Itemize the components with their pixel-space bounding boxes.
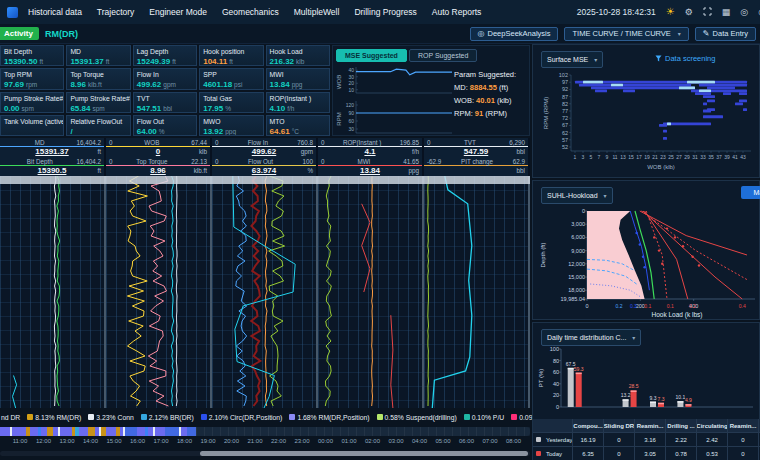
svg-text:15,000: 15,000 <box>568 274 585 280</box>
table-header-row: Compou...Sliding DRReamin...Drilling ...… <box>533 419 760 433</box>
chevron-down-icon: ▾ <box>678 30 681 37</box>
gear-icon[interactable]: ⚙ <box>685 7 693 17</box>
timeline-segment <box>88 427 95 436</box>
table-cell: 0.78 <box>666 447 697 460</box>
legend-item[interactable]: 2.10% Circ(DR,Position) <box>201 414 283 421</box>
timeline-segment <box>187 427 196 436</box>
track-chart <box>0 176 104 408</box>
legend-item[interactable]: 1.68% RM(DR,Position) <box>289 414 369 421</box>
nav-item[interactable]: Geomechanics <box>222 7 279 17</box>
target-icon[interactable]: ◎ <box>740 7 748 17</box>
svg-text:RPM (RPM): RPM (RPM) <box>543 97 549 129</box>
legend-item[interactable]: 3.23% Conn <box>88 414 133 421</box>
pencil-icon: ✎ <box>703 29 710 38</box>
nav-item[interactable]: Trajectory <box>97 7 134 17</box>
svg-text:41: 41 <box>732 154 738 160</box>
nav-item[interactable]: Drilling Progress <box>354 7 416 17</box>
svg-text:82: 82 <box>562 101 568 107</box>
param-cell: SPP4601.18psi <box>199 68 263 89</box>
timeline-strip[interactable] <box>0 427 530 436</box>
svg-text:0.2: 0.2 <box>689 303 696 309</box>
svg-text:13.2: 13.2 <box>621 392 631 398</box>
timeline-segment <box>137 427 145 436</box>
time-label: 07:00 <box>482 438 497 444</box>
svg-text:52: 52 <box>562 144 568 150</box>
hookload-select[interactable]: SUHL-Hookload▾ <box>541 187 613 204</box>
legend-swatch <box>141 414 147 420</box>
table-row-label: Today <box>533 447 573 460</box>
data-screening-link[interactable]: Data screening <box>655 54 715 63</box>
table-cell: 16.19 <box>573 433 604 446</box>
timeline-segment <box>155 427 165 436</box>
data-entry-button[interactable]: ✎ Data Entry <box>695 27 756 41</box>
svg-text:9.3: 9.3 <box>650 395 657 401</box>
tab-mse-suggested[interactable]: MSE Suggested <box>336 49 407 62</box>
grid-icon[interactable]: ▦ <box>722 7 731 17</box>
svg-text:97: 97 <box>562 79 568 85</box>
svg-text:40: 40 <box>553 381 559 387</box>
svg-text:43: 43 <box>740 154 746 160</box>
current-activity-value: RM(DR) <box>45 29 78 39</box>
nav-item[interactable]: MultipleWell <box>294 7 340 17</box>
table-cell: 0 <box>728 433 759 446</box>
time-label: 06:00 <box>459 438 474 444</box>
svg-text:67: 67 <box>562 122 568 128</box>
time-label: 05:00 <box>435 438 450 444</box>
svg-text:1: 1 <box>574 154 577 160</box>
svg-text:0.1: 0.1 <box>667 303 674 309</box>
table-header-cell: Circulating <box>697 419 728 432</box>
time-label: 17:00 <box>153 438 168 444</box>
tab-rop-suggested[interactable]: ROP Suggested <box>409 49 477 62</box>
timeline-segment <box>165 427 179 436</box>
table-row: Yesterday16.1903.162.222.420 <box>533 433 760 447</box>
subheader: Activity RM(DR) ◎ DeepSeekAnalysis TIME … <box>0 24 760 44</box>
daily-distribution-select[interactable]: Daily time distribution C...▾ <box>541 329 641 346</box>
manual-button[interactable]: Man <box>741 186 760 199</box>
param-cell: ROP(Instant )4.10f/h <box>266 92 330 113</box>
nav-item[interactable]: Historical data <box>28 7 82 17</box>
svg-text:90: 90 <box>348 110 354 116</box>
depth-marker-band[interactable] <box>0 176 530 184</box>
nav-item[interactable]: Auto Reports <box>432 7 482 17</box>
surface-mse-panel: Surface MSE▾ Data screening RPM (RPM)102… <box>532 44 760 178</box>
svg-text:5: 5 <box>590 154 593 160</box>
datetime: 2025-10-28 18:42:31 <box>577 7 656 17</box>
time-label: 03:00 <box>388 438 403 444</box>
theme-sun-icon[interactable]: ☀ <box>666 7 675 17</box>
time-label: 04:00 <box>412 438 427 444</box>
table-cell: 0 <box>728 447 759 460</box>
top-navbar: Historical dataTrajectoryEngineer ModeGe… <box>0 0 760 25</box>
track-header: 0ROP(Instant )196.854.1f/h0MWI41.6513.84… <box>318 138 422 176</box>
svg-text:37: 37 <box>716 154 722 160</box>
legend-swatch <box>464 414 470 420</box>
svg-text:9: 9 <box>606 154 609 160</box>
fullscreen-icon[interactable] <box>703 7 712 18</box>
suggest-title: Param Suggested: <box>454 68 526 81</box>
svg-text:72: 72 <box>562 115 568 121</box>
time-label: 01:00 <box>341 438 356 444</box>
nav-items: Historical dataTrajectoryEngineer ModeGe… <box>28 7 481 17</box>
param-cell: Flow In499.62gpm <box>133 68 197 89</box>
legend-item[interactable]: 0.58% Suspend(drilling) <box>377 414 457 421</box>
surface-mse-heatmap: RPM (RPM)1029792878277726762575213579111… <box>541 71 753 175</box>
deepseek-analysis-button[interactable]: ◎ DeepSeekAnalysis <box>470 27 559 41</box>
table-cell: 6.35 <box>573 447 604 460</box>
time-label: 00:00 <box>318 438 333 444</box>
surface-mse-select[interactable]: Surface MSE▾ <box>541 51 603 68</box>
scrollbar-thumb[interactable] <box>200 451 528 456</box>
svg-text:3: 3 <box>582 154 585 160</box>
legend-item[interactable]: 8.13% RM(DR) <box>27 414 81 421</box>
tracks-charts <box>0 176 530 408</box>
track-chart <box>106 176 210 408</box>
svg-text:59.3: 59.3 <box>574 366 584 372</box>
curve-mode-select[interactable]: TIME CURVE / TIME CURVE ▾ <box>564 27 688 41</box>
legend-item[interactable]: 2.12% BR(DR) <box>141 414 194 421</box>
time-label: 12:00 <box>36 438 51 444</box>
drilling-dashboard: Historical dataTrajectoryEngineer ModeGe… <box>0 0 760 460</box>
param-cell: MD15391.37ft <box>66 45 130 66</box>
param-cell: Hook Load216.32klb <box>266 45 330 66</box>
legend-item[interactable]: 0.10% P/U <box>464 414 505 421</box>
svg-text:30: 30 <box>348 74 354 80</box>
nav-item[interactable]: Engineer Mode <box>149 7 207 17</box>
timeline-segment <box>106 427 116 436</box>
